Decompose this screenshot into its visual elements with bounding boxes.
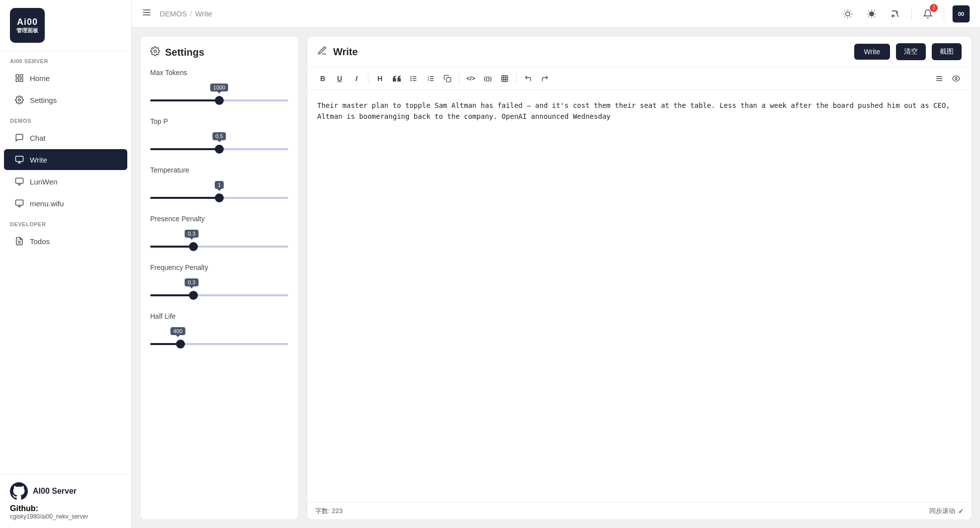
bold-button[interactable]: B: [315, 72, 330, 86]
table-button[interactable]: [497, 72, 512, 86]
slider-input-frequency-penalty[interactable]: [150, 294, 288, 296]
numbered-list-button[interactable]: [423, 72, 438, 86]
svg-rect-1: [20, 75, 23, 77]
github-icon: [10, 482, 28, 500]
sidebar-item-write[interactable]: Write: [4, 149, 127, 170]
settings-panel: Settings Max Tokens 1000 Top P 0.5: [140, 36, 299, 520]
write-header-icon: [317, 46, 327, 58]
main: DEMOS / Write: [132, 0, 980, 528]
sync-scroll-toggle[interactable]: 同步滚动 ✓: [929, 507, 964, 516]
slider-input-max-tokens[interactable]: [150, 99, 288, 101]
svg-point-40: [955, 78, 957, 80]
italic-button[interactable]: I: [349, 72, 364, 86]
slider-wrapper-half-life: 400: [150, 327, 288, 347]
brightness-icon-button[interactable]: [864, 6, 880, 22]
slider-input-temperature[interactable]: [150, 197, 288, 199]
translate-icon-button[interactable]: [888, 6, 903, 22]
topbar: DEMOS / Write: [132, 0, 980, 28]
slider-input-top-p[interactable]: [150, 148, 288, 150]
write-footer: 字数: 223 同步滚动 ✓: [307, 502, 972, 520]
slider-top-p: Top P 0.5: [150, 117, 288, 152]
toolbar-divider-2: [459, 74, 459, 84]
sidebar-footer: AI00 Server Github: cgisky1980/ai00_rwkv…: [0, 474, 131, 528]
svg-rect-8: [16, 178, 23, 183]
slider-input-half-life[interactable]: [150, 343, 288, 345]
underline-button[interactable]: U: [332, 72, 347, 86]
clear-button[interactable]: 清空: [896, 43, 926, 60]
write-title: Write: [333, 46, 848, 58]
sidebar-item-label-home: Home: [30, 74, 50, 83]
sidebar-item-todos[interactable]: Todos: [4, 231, 127, 252]
slider-frequency-penalty: Frequency Penalty 0.3: [150, 264, 288, 298]
heading-button[interactable]: H: [372, 72, 387, 86]
settings-gear-icon: [150, 46, 160, 59]
slider-label-top-p: Top P: [150, 117, 288, 125]
slider-wrapper-presence-penalty: 0.3: [150, 230, 288, 250]
logo-top: Ai00: [17, 17, 38, 28]
hamburger-icon[interactable]: [142, 7, 152, 20]
svg-point-20: [869, 11, 874, 16]
svg-point-26: [411, 78, 411, 79]
chat-icon: [14, 132, 25, 143]
svg-rect-5: [16, 156, 23, 162]
sidebar-item-label-todos: Todos: [30, 237, 50, 246]
svg-point-4: [18, 99, 21, 101]
settings-icon: [14, 94, 25, 105]
write-button[interactable]: Write: [854, 44, 890, 60]
theme-toggle-button[interactable]: [840, 6, 856, 22]
quote-button[interactable]: [389, 72, 404, 86]
sidebar-item-label-settings: Settings: [30, 96, 57, 104]
source-view-button[interactable]: [932, 72, 947, 86]
svg-point-21: [154, 50, 157, 53]
slider-value-temperature: 1: [215, 181, 224, 189]
logo-bottom: 管理面板: [16, 27, 38, 34]
github-link[interactable]: cgisky1980/ai00_rwkv_server: [10, 513, 121, 520]
slider-label-temperature: Temperature: [150, 166, 288, 174]
slider-value-presence-penalty: 0.3: [185, 230, 198, 238]
sidebar: Ai00 管理面板 AI00 SERVER Home Settings DEMO…: [0, 0, 132, 528]
sidebar-item-lunwen[interactable]: LunWen: [4, 171, 127, 192]
write-panel: Write Write 清空 截图 B U I H: [307, 36, 972, 520]
github-label-bold: Github:: [10, 504, 38, 513]
slider-input-presence-penalty[interactable]: [150, 246, 288, 248]
user-avatar[interactable]: 00: [952, 5, 970, 23]
sidebar-item-chat[interactable]: Chat: [4, 127, 127, 148]
sidebar-item-settings[interactable]: Settings: [4, 89, 127, 110]
svg-rect-11: [16, 200, 23, 205]
sync-scroll-label: 同步滚动: [929, 507, 955, 516]
inline-code-button[interactable]: ({}): [480, 72, 495, 86]
editor-area[interactable]: Their master plan to topple Sam Altman h…: [307, 90, 972, 502]
sidebar-item-label-lunwen: LunWen: [30, 177, 58, 186]
breadcrumb-current: Write: [195, 9, 212, 18]
slider-wrapper-top-p: 0.5: [150, 132, 288, 152]
content-area: Settings Max Tokens 1000 Top P 0.5: [132, 28, 980, 528]
slider-value-frequency-penalty: 0.3: [185, 278, 198, 286]
notifications-button[interactable]: 2: [920, 6, 936, 22]
write-toolbar: B U I H </> ({}): [307, 68, 972, 90]
slider-wrapper-temperature: 1: [150, 181, 288, 201]
toolbar-divider-3: [516, 74, 517, 84]
slider-half-life: Half Life 400: [150, 312, 288, 347]
preview-button[interactable]: [949, 72, 964, 86]
lunwen-icon: [14, 176, 25, 187]
code-block-button[interactable]: </>: [463, 72, 478, 86]
topbar-divider: [911, 8, 912, 20]
sidebar-item-label-chat: Chat: [30, 134, 46, 142]
section-label-developer: DEVELOPER: [0, 214, 131, 230]
slider-wrapper-max-tokens: 1000: [150, 84, 288, 103]
slider-label-max-tokens: Max Tokens: [150, 69, 288, 77]
todos-icon: [14, 236, 25, 247]
redo-button[interactable]: [537, 72, 552, 86]
copy-button[interactable]: [440, 72, 455, 86]
screenshot-button[interactable]: 截图: [932, 43, 962, 60]
svg-rect-2: [16, 79, 18, 82]
sync-check-icon: ✓: [958, 508, 964, 515]
topbar-divider-2: [944, 8, 944, 20]
sidebar-item-home[interactable]: Home: [4, 68, 127, 88]
bullet-list-button[interactable]: [406, 72, 421, 86]
slider-value-half-life: 400: [170, 327, 185, 335]
svg-point-19: [846, 11, 850, 15]
undo-button[interactable]: [521, 72, 535, 86]
sidebar-item-menuwifu[interactable]: menu.wifu: [4, 193, 127, 214]
menuwifu-icon: [14, 198, 25, 209]
